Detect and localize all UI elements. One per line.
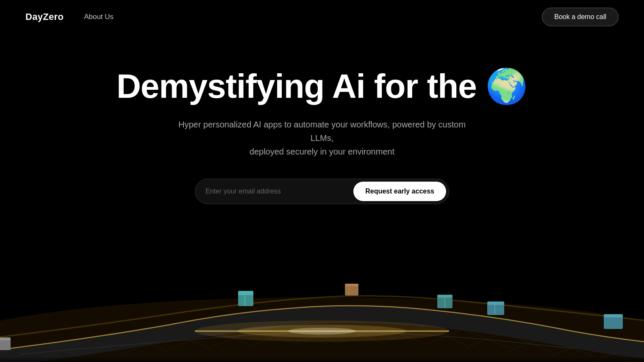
brand-logo[interactable]: DayZero — [25, 11, 64, 22]
navbar: DayZero About Us Book a demo call — [0, 0, 644, 34]
book-demo-button[interactable]: Book a demo call — [542, 8, 619, 26]
email-form: Request early access — [195, 179, 449, 204]
svg-rect-68 — [0, 337, 11, 340]
conveyor-illustration — [0, 229, 644, 362]
hero-section: Demystifying Ai for the 🌍 Hyper personal… — [0, 34, 644, 221]
conveyor-svg — [0, 229, 644, 362]
svg-rect-66 — [604, 314, 623, 318]
svg-rect-53 — [238, 291, 253, 294]
svg-rect-54 — [238, 294, 253, 295]
hero-subtitle: Hyper personalized AI apps to automate y… — [174, 118, 470, 158]
svg-rect-57 — [345, 284, 358, 286]
svg-point-48 — [288, 328, 356, 334]
email-input-wrapper: Request early access — [195, 179, 449, 204]
hero-title: Demystifying Ai for the 🌍 — [8, 68, 636, 105]
request-access-button[interactable]: Request early access — [353, 182, 446, 201]
nav-left: DayZero About Us — [25, 11, 114, 22]
hero-subtitle-line1: Hyper personalized AI apps to automate y… — [178, 120, 466, 143]
svg-rect-69 — [0, 356, 644, 362]
svg-rect-58 — [348, 284, 350, 296]
email-input[interactable] — [205, 183, 353, 199]
svg-rect-63 — [487, 301, 504, 305]
about-us-link[interactable]: About Us — [84, 13, 114, 21]
hero-subtitle-line2: deployed securely in your environment — [250, 147, 394, 156]
